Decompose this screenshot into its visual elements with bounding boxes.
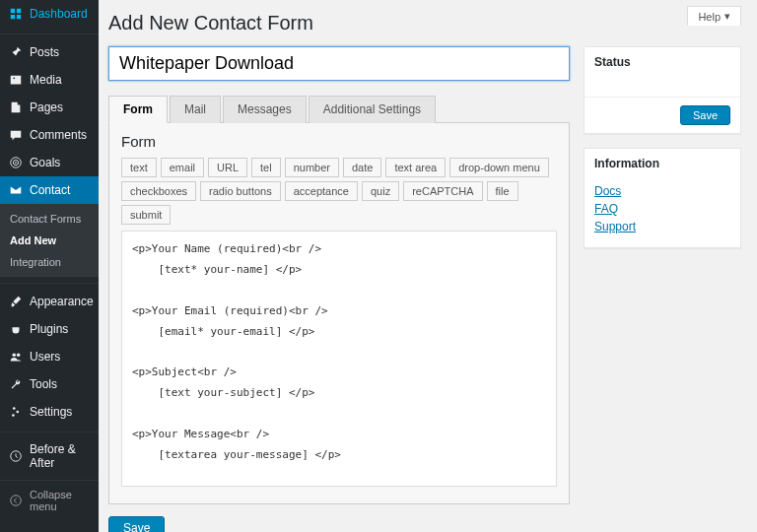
submenu-item-integration[interactable]: Integration xyxy=(0,251,99,273)
tag-button-tel[interactable]: tel xyxy=(251,158,281,177)
tag-button-checkboxes[interactable]: checkboxes xyxy=(121,181,196,201)
dashboard-icon xyxy=(8,6,24,22)
svg-point-9 xyxy=(11,496,22,506)
sidebar-item-tools[interactable]: Tools xyxy=(0,370,99,398)
media-icon xyxy=(8,72,24,88)
svg-point-7 xyxy=(12,414,15,417)
sidebar-item-label: Tools xyxy=(30,377,57,391)
comment-icon xyxy=(8,127,24,143)
admin-sidebar: DashboardPostsMediaPagesCommentsGoalsCon… xyxy=(0,0,99,532)
svg-point-2 xyxy=(15,162,17,164)
tag-button-submit[interactable]: submit xyxy=(121,205,171,225)
tab-form[interactable]: Form xyxy=(108,96,168,123)
sidebar-item-goals[interactable]: Goals xyxy=(0,149,99,176)
sidebar-item-contact[interactable]: Contact xyxy=(0,176,99,204)
sidebar-item-label: Posts xyxy=(30,45,59,59)
collapse-icon xyxy=(8,493,24,508)
tab-messages[interactable]: Messages xyxy=(223,96,307,123)
sidebar-item-posts[interactable]: Posts xyxy=(0,38,99,66)
mail-icon xyxy=(8,182,24,198)
svg-point-4 xyxy=(17,354,21,358)
svg-point-3 xyxy=(13,354,17,358)
tag-button-url[interactable]: URL xyxy=(208,158,247,177)
sidebar-item-label: Appearance xyxy=(30,295,94,308)
svg-point-5 xyxy=(13,407,16,410)
form-title-input[interactable] xyxy=(108,46,570,81)
tag-toolbar: textemailURLtelnumberdatetext areadrop-d… xyxy=(121,158,557,225)
chevron-down-icon: ▾ xyxy=(724,10,730,23)
sidebar-item-label: Contact xyxy=(30,183,70,197)
status-box: Status Save xyxy=(584,46,741,134)
sidebar-item-appearance[interactable]: Appearance xyxy=(0,288,99,315)
page-icon xyxy=(8,100,24,115)
status-box-title: Status xyxy=(585,47,740,77)
wrench-icon xyxy=(8,376,24,392)
sidebar-item-before-after[interactable]: Before & After xyxy=(0,436,99,476)
sidebar-item-settings[interactable]: Settings xyxy=(0,398,99,426)
sidebar-item-label: Goals xyxy=(30,156,60,169)
tag-button-text[interactable]: text xyxy=(121,158,157,177)
collapse-menu-button[interactable]: Collapse menu xyxy=(0,480,99,520)
sidebar-item-label: Users xyxy=(30,350,60,364)
tag-button-date[interactable]: date xyxy=(343,158,381,177)
main-content: Help ▾ Add New Contact Form FormMailMess… xyxy=(99,0,757,532)
clock-icon xyxy=(8,448,24,464)
sidebar-item-comments[interactable]: Comments xyxy=(0,121,99,149)
tag-button-quiz[interactable]: quiz xyxy=(362,181,399,201)
editor-tabs: FormMailMessagesAdditional Settings xyxy=(108,95,570,123)
sidebar-item-dashboard[interactable]: Dashboard xyxy=(0,0,99,28)
sidebar-item-label: Dashboard xyxy=(30,7,88,21)
status-save-button[interactable]: Save xyxy=(680,105,730,125)
sidebar-item-label: Before & After xyxy=(30,442,91,470)
brush-icon xyxy=(8,294,24,309)
sidebar-item-label: Settings xyxy=(30,405,72,419)
users-icon xyxy=(8,349,24,365)
info-link-faq[interactable]: FAQ xyxy=(594,202,730,216)
sidebar-item-label: Plugins xyxy=(30,322,68,336)
sidebar-item-label: Pages xyxy=(30,100,63,114)
tag-button-number[interactable]: number xyxy=(285,158,339,177)
save-button[interactable]: Save xyxy=(108,516,165,532)
information-box: Information DocsFAQSupport xyxy=(584,148,741,248)
tag-button-email[interactable]: email xyxy=(161,158,204,177)
tab-additional-settings[interactable]: Additional Settings xyxy=(309,96,436,123)
sidebar-item-pages[interactable]: Pages xyxy=(0,94,99,121)
tag-button-acceptance[interactable]: acceptance xyxy=(285,181,358,201)
form-panel: Form textemailURLtelnumberdatetext aread… xyxy=(108,123,570,504)
sidebar-item-label: Comments xyxy=(30,128,87,142)
information-box-title: Information xyxy=(585,149,740,178)
help-tab[interactable]: Help ▾ xyxy=(687,6,741,26)
sliders-icon xyxy=(8,404,24,420)
panel-heading: Form xyxy=(121,133,557,150)
info-link-docs[interactable]: Docs xyxy=(594,184,730,198)
sidebar-item-label: Media xyxy=(30,73,62,87)
sidebar-item-users[interactable]: Users xyxy=(0,343,99,370)
sidebar-item-plugins[interactable]: Plugins xyxy=(0,315,99,343)
tag-button-radio-buttons[interactable]: radio buttons xyxy=(200,181,281,201)
target-icon xyxy=(8,155,24,170)
svg-point-6 xyxy=(16,411,19,414)
tag-button-drop-down-menu[interactable]: drop-down menu xyxy=(449,158,549,177)
submenu-item-contact-forms[interactable]: Contact Forms xyxy=(0,208,99,230)
tag-button-recaptcha[interactable]: reCAPTCHA xyxy=(403,181,482,201)
tab-mail[interactable]: Mail xyxy=(170,96,221,123)
form-code-textarea[interactable] xyxy=(121,231,557,487)
pin-icon xyxy=(8,44,24,60)
submenu-item-add-new[interactable]: Add New xyxy=(0,230,99,251)
sidebar-item-media[interactable]: Media xyxy=(0,66,99,94)
tag-button-file[interactable]: file xyxy=(487,181,518,201)
tag-button-text-area[interactable]: text area xyxy=(385,158,446,177)
info-link-support[interactable]: Support xyxy=(594,220,730,233)
plug-icon xyxy=(8,321,24,337)
page-title: Add New Contact Form xyxy=(108,12,741,34)
